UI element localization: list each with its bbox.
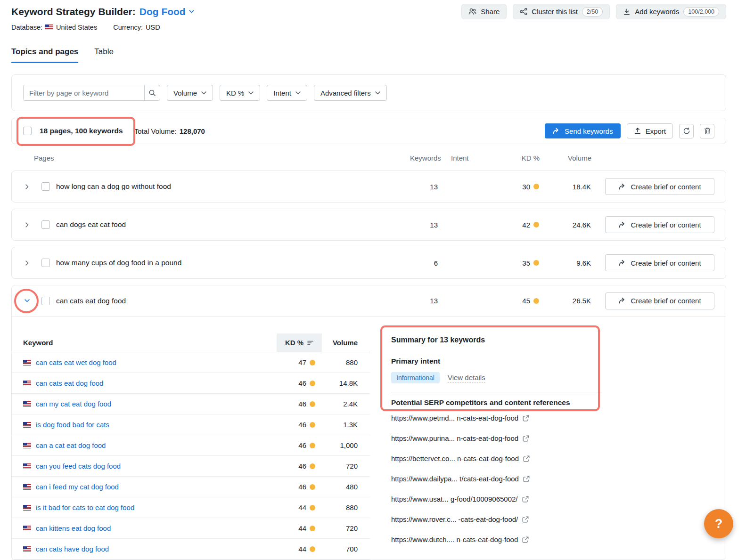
export-icon [634,127,641,135]
toolbar-actions: Send keywords Export [545,123,714,138]
share-users-icon [468,8,476,15]
send-keywords-label: Send keywords [565,127,613,135]
list-name-dropdown[interactable]: Dog Food [139,4,194,19]
keywords-count: 13 [410,183,438,191]
kd-dot [310,443,315,448]
us-flag-icon [23,484,31,490]
keyword-link[interactable]: can i feed my cat dog food [36,483,119,491]
kd-filter-dropdown[interactable]: KD % [220,85,260,101]
intent-filter-dropdown[interactable]: Intent [267,85,307,101]
external-link-icon [522,536,529,543]
volume-value: 700 [322,545,370,553]
keyword-link[interactable]: can cats eat wet dog food [36,358,116,366]
keyword-link[interactable]: can cats have dog food [36,545,109,553]
kd-value: 45 [522,297,530,305]
kd-cell: 44 [277,545,322,553]
search-input[interactable] [24,85,144,100]
send-keywords-button[interactable]: Send keywords [545,123,621,138]
delete-button[interactable] [700,124,714,138]
column-header-keyword: Keyword [12,339,277,347]
keyword-link[interactable]: can kittens eat dog food [36,524,111,532]
keyword-link[interactable]: can a cat eat dog food [36,441,106,449]
view-tabs: Topics and pages Table [11,47,726,63]
tab-table[interactable]: Table [94,47,114,63]
keyword-link[interactable]: can you feed cats dog food [36,462,121,470]
serp-competitor-link[interactable]: https://www.purina... n-cats-eat-dog-foo… [391,428,726,448]
search-button[interactable] [144,85,160,100]
share-button[interactable]: Share [461,4,507,19]
keyword-row: can a cat eat dog food 46 1,000 [12,435,370,456]
collapse-button[interactable] [23,299,31,302]
advanced-filters-label: Advanced filters [320,89,371,97]
volume-filter-dropdown[interactable]: Volume [167,85,213,101]
serp-competitor-link[interactable]: https://www.petmd... n-cats-eat-dog-food [391,408,726,428]
pages-list: how long can a dog go without food 13 30… [11,170,726,279]
us-flag-icon [23,401,31,407]
kd-dot [310,360,315,365]
column-header-volume: Volume [551,154,591,162]
keyword-row: can you feed cats dog food 46 720 [12,456,370,477]
serp-competitor-link[interactable]: https://www.dailypa... t/cats-eat-dog-fo… [391,469,726,489]
serp-competitor-link[interactable]: https://bettervet.co... n-cats-eat-dog-f… [391,448,726,469]
keyword-link[interactable]: can cats eat dog food [36,379,103,387]
chevron-down-icon [25,299,30,302]
row-checkbox[interactable] [41,182,50,191]
keyword-link[interactable]: is dog food bad for cats [36,421,109,429]
sort-icon [307,341,313,345]
volume-filter-label: Volume [173,89,197,97]
select-all-checkbox[interactable] [23,127,32,135]
volume-value: 2.4K [322,400,370,408]
serp-competitor-link[interactable]: https://www.usat... g-food/10009065002/ [391,489,726,509]
serp-competitor-link[interactable]: https://www.dutch.... n-cats-eat-dog-foo… [391,529,726,550]
refresh-button[interactable] [679,124,694,138]
intent-filter-label: Intent [273,89,291,97]
kd-dot [533,222,539,227]
create-brief-button[interactable]: Create brief or content [605,254,714,271]
page-title-text: how long can a dog go without food [56,182,410,191]
serp-links-list: https://www.petmd... n-cats-eat-dog-food… [391,408,726,550]
create-brief-button[interactable]: Create brief or content [605,292,714,309]
serp-competitor-link[interactable]: https://www.rover.c... -cats-eat-dog-foo… [391,509,726,529]
page-title: Keyword Strategy Builder: Dog Food [11,4,194,19]
add-keywords-button[interactable]: Add keywords 100/2,000 [616,4,726,19]
cluster-count-badge: 2/50 [582,7,603,16]
chevron-down-icon [295,91,301,95]
kd-value: 46 [298,462,306,470]
keyword-link[interactable]: can my cat eat dog food [36,400,111,408]
database-value: United States [56,24,97,31]
tab-topics-and-pages[interactable]: Topics and pages [11,47,78,63]
volume-value: 880 [322,358,370,366]
expand-button[interactable] [23,260,31,266]
column-header-intent: Intent [451,154,507,162]
create-brief-button[interactable]: Create brief or content [605,178,714,195]
page-header: Keyword Strategy Builder: Dog Food Share… [11,4,726,63]
help-button[interactable]: ? [704,509,733,538]
kd-value: 46 [298,421,306,429]
kd-value: 44 [298,503,306,511]
cluster-this-list-button[interactable]: Cluster this list 2/50 [513,4,610,19]
advanced-filters-dropdown[interactable]: Advanced filters [314,85,387,101]
kd-cell: 45 [506,297,539,305]
kd-value: 46 [298,441,306,449]
expand-button[interactable] [23,184,31,189]
selection-summary-group: 18 pages, 100 keywords [23,127,123,135]
create-brief-button[interactable]: Create brief or content [605,216,714,233]
us-flag-icon [23,463,31,469]
summary-title: Summary for 13 keywords [391,336,726,344]
row-checkbox[interactable] [41,297,50,305]
external-link-icon [523,476,530,482]
row-checkbox[interactable] [41,220,50,229]
intent-badge: Informational [391,372,440,383]
keyword-link[interactable]: is it bad for cats to eat dog food [36,503,134,511]
chevron-down-icon [201,91,206,95]
view-details-link[interactable]: View details [448,373,485,382]
kd-sort-header[interactable]: KD % [277,333,322,352]
export-button[interactable]: Export [627,123,673,138]
volume-value: 480 [322,483,370,491]
expand-button[interactable] [23,222,31,227]
kd-value: 46 [298,379,306,387]
volume-value: 720 [322,462,370,470]
serp-link-text: https://www.dailypa... t/cats-eat-dog-fo… [391,475,519,483]
keyword-row: can kittens eat dog food 44 720 [12,518,370,539]
row-checkbox[interactable] [41,259,50,267]
